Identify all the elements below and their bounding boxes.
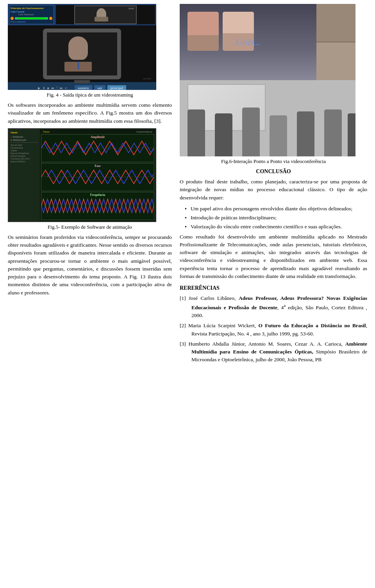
left-column: Princípio de Funcionamento Cabo Coaxial … [8, 4, 172, 366]
fig4-image: Princípio de Funcionamento Cabo Coaxial … [8, 4, 156, 90]
ref2-num: [2] [180, 323, 188, 328]
ref3-num: [3] [180, 341, 189, 347]
bullet-list: Um papel ativo dos personagens envolvido… [180, 205, 367, 231]
bullet-item-2: Introdução de práticas interdisciplinare… [184, 214, 367, 222]
bullet-item-3: Valorização do vínculo entre conheciment… [184, 223, 367, 231]
amplitude-panel: Amplitude [41, 134, 154, 162]
amplitude-label: Amplitude [91, 135, 105, 139]
fig4-caption: Fig. 4 - Saída típica de um videostreami… [8, 92, 172, 98]
sumario-button[interactable]: sumário [75, 85, 92, 90]
page: Princípio de Funcionamento Cabo Coaxial … [0, 0, 375, 370]
referencias-heading: RERERÊNCIAS [180, 285, 367, 291]
sair-button[interactable]: sair [94, 85, 105, 90]
ref-1: [1] José Carlos Libâneo, Adeus Professor… [180, 294, 367, 319]
ref-2: [2] Maria Lúcia Scarpini Wickert, O Futu… [180, 322, 367, 338]
frequencia-panel: Frequência [41, 192, 154, 220]
ref-3: [3] Humberto Abdalla Júnior, Antonio M. … [180, 340, 367, 364]
conclusao-p1: O produto final deste trabalho, como pla… [180, 178, 367, 202]
fig6-container: UnB... [180, 4, 355, 156]
fig6-caption: Fig.6-Interação Ponto a Ponto via videoc… [180, 158, 367, 165]
paragraph1: Os softwares incorporados ao ambiente mu… [8, 101, 172, 125]
fig5-sidebar: Sinais ●Modulação ●Multiplexação Tipo de… [9, 129, 40, 221]
left-paragraph2: Os seminários foram proferidos via video… [8, 233, 172, 297]
bullet-item-1: Um papel ativo dos personagens envolvido… [184, 205, 367, 213]
fase-label: Fase [95, 164, 101, 168]
conclusao-heading: CONCLUSÃO [180, 169, 367, 175]
ref1-num: [1] [180, 295, 189, 301]
fig5-image: Sinais ●Modulação ●Multiplexação Tipo de… [8, 128, 156, 222]
fig5-caption: Fig.5- Exemplo de Software de animação [8, 224, 172, 230]
frequencia-label: Frequência [90, 193, 105, 197]
fase-panel: Fase [41, 163, 154, 191]
conclusao-p2: Como resultado foi desenvolvido um ambie… [180, 233, 367, 281]
fig5-main: Sinais Características Amplitude [40, 129, 155, 221]
principal-button[interactable]: principal [107, 85, 126, 90]
right-column: UnB... [180, 4, 367, 366]
